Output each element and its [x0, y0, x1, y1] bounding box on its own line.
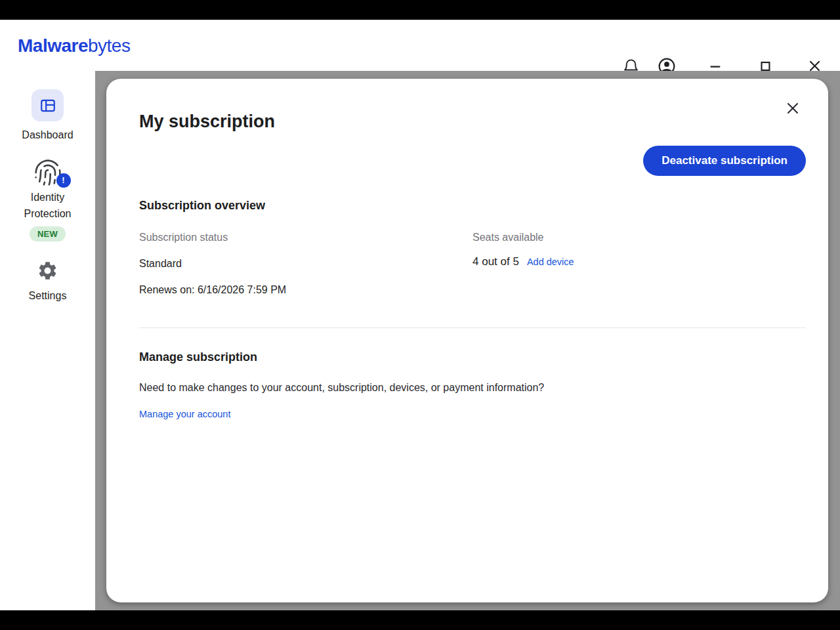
malwarebytes-logo: Malwarebytes — [18, 35, 130, 56]
sidebar-item-label: Settings — [0, 287, 95, 304]
dashboard-layout-icon — [32, 89, 64, 121]
add-device-link[interactable]: Add device — [527, 257, 574, 267]
seats-available-label: Seats available — [472, 232, 544, 243]
app-window: Malwarebytes — [0, 0, 840, 630]
subscription-status-label: Subscription status — [139, 232, 228, 243]
subscription-status-value: Standard — [139, 258, 182, 270]
deactivate-subscription-button[interactable]: Deactivate subscription — [643, 146, 806, 176]
seats-row: 4 out of 5 Add device — [472, 255, 574, 268]
sidebar-item-label: Protection — [0, 205, 95, 222]
sidebar-item-dashboard[interactable]: Dashboard — [0, 89, 95, 143]
sidebar-item-identity-protection[interactable]: ! Identity Protection NEW — [0, 158, 95, 242]
overview-heading: Subscription overview — [139, 199, 265, 213]
sidebar-item-settings[interactable]: Settings — [0, 260, 95, 304]
logo-text-regular: bytes — [88, 35, 130, 56]
manage-description: Need to make changes to your account, su… — [139, 382, 544, 394]
app-header: Malwarebytes — [0, 20, 840, 71]
close-icon — [785, 100, 801, 118]
sidebar: Dashboard — [0, 71, 95, 610]
logo-text-bold: Malware — [18, 35, 88, 56]
renewal-date-text: Renews on: 6/16/2026 7:59 PM — [139, 284, 286, 296]
letterbox-bar — [0, 610, 840, 630]
gear-icon — [37, 274, 58, 284]
sidebar-item-label: Dashboard — [0, 127, 95, 143]
subscription-modal: My subscription Deactivate subscription … — [106, 79, 828, 602]
manage-heading: Manage subscription — [139, 350, 257, 364]
modal-close-button[interactable] — [781, 97, 805, 121]
alert-badge: ! — [56, 173, 71, 188]
main-region: Dashboard — [0, 71, 840, 610]
new-badge: NEW — [30, 226, 66, 242]
page-title: My subscription — [139, 112, 275, 132]
manage-account-link[interactable]: Manage your account — [139, 409, 230, 419]
seats-available-value: 4 out of 5 — [472, 255, 519, 268]
sidebar-item-label: Identity — [0, 189, 95, 205]
section-divider — [139, 327, 806, 328]
